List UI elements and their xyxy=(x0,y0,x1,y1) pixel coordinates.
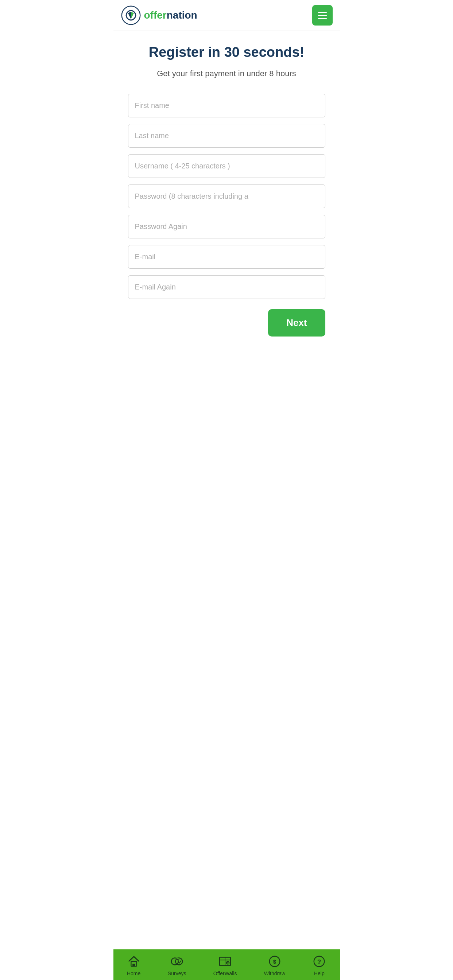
help-icon: ? xyxy=(312,955,326,968)
nav-item-home[interactable]: Home xyxy=(127,955,141,976)
logo-icon xyxy=(121,5,141,25)
menu-icon-line3 xyxy=(318,18,327,19)
first-name-input[interactable] xyxy=(128,94,325,118)
last-name-input[interactable] xyxy=(128,124,325,148)
svg-rect-3 xyxy=(132,964,135,967)
password-again-input[interactable] xyxy=(128,215,325,239)
nav-label-surveys: Surveys xyxy=(168,970,187,976)
email-again-input[interactable] xyxy=(128,275,325,299)
email-input[interactable] xyxy=(128,245,325,269)
menu-icon-line1 xyxy=(318,12,327,13)
page-subtitle: Get your first payment in under 8 hours xyxy=(128,68,325,80)
withdraw-icon: $ xyxy=(268,955,282,968)
svg-text:?: ? xyxy=(317,958,321,966)
nav-label-offerwalls: OfferWalls xyxy=(214,970,237,976)
main-content: Register in 30 seconds! Get your first p… xyxy=(113,31,340,950)
svg-text:$: $ xyxy=(273,958,276,965)
bottom-nav: Home Surveys OfferWalls $ Withdraw xyxy=(113,950,340,980)
offerwalls-icon xyxy=(218,955,232,968)
logo-text: offernation xyxy=(144,10,197,21)
menu-icon-line2 xyxy=(318,15,327,16)
menu-button[interactable] xyxy=(312,5,333,25)
nav-item-surveys[interactable]: Surveys xyxy=(168,955,187,976)
nav-item-offerwalls[interactable]: OfferWalls xyxy=(214,955,237,976)
surveys-icon xyxy=(170,955,184,968)
register-form: Next xyxy=(128,94,325,337)
logo: offernation xyxy=(121,5,197,25)
nav-label-withdraw: Withdraw xyxy=(264,970,285,976)
nav-label-home: Home xyxy=(127,970,140,976)
nav-item-withdraw[interactable]: $ Withdraw xyxy=(264,955,285,976)
nav-item-help[interactable]: ? Help xyxy=(312,955,326,976)
home-icon xyxy=(127,955,141,968)
page-title: Register in 30 seconds! xyxy=(128,44,325,61)
header: offernation xyxy=(113,0,340,31)
username-input[interactable] xyxy=(128,154,325,178)
password-input[interactable] xyxy=(128,185,325,208)
nav-label-help: Help xyxy=(314,970,325,976)
next-button[interactable]: Next xyxy=(268,309,325,337)
